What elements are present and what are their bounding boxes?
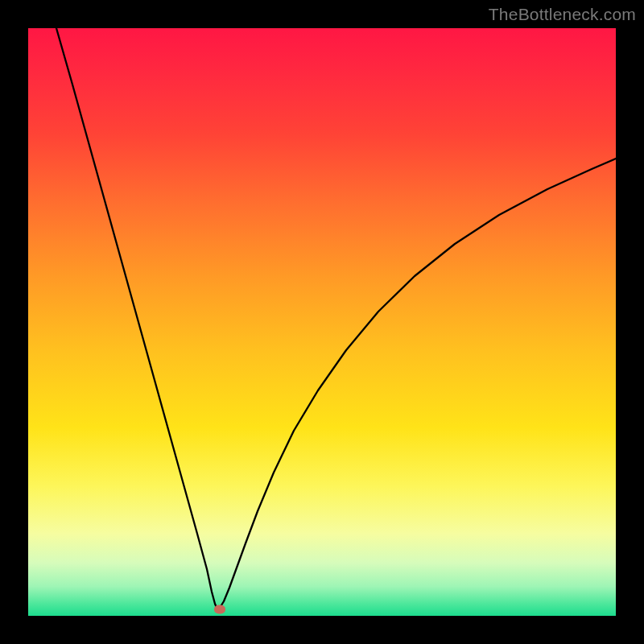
bottleneck-curve [28,28,616,616]
curve-path [56,28,616,609]
plot-area [28,28,616,616]
chart-frame: TheBottleneck.com [0,0,644,644]
optimal-point-marker [214,605,225,614]
watermark-text: TheBottleneck.com [489,5,636,24]
